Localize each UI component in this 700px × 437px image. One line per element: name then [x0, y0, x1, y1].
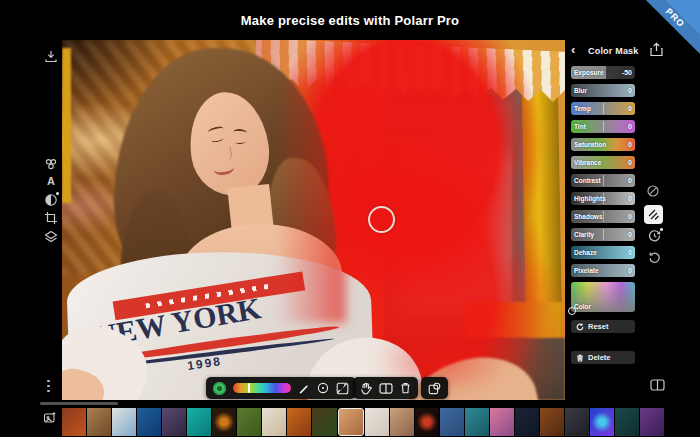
filmstrip-thumbnail[interactable]: [515, 408, 539, 436]
slider-value: 0: [628, 231, 632, 238]
filmstrip-thumbnail[interactable]: [540, 408, 564, 436]
filmstrip-thumbnail[interactable]: [87, 408, 111, 436]
brush-strokes: [647, 208, 660, 221]
filmstrip-thumbnail[interactable]: [62, 408, 86, 436]
trash-icon[interactable]: [400, 382, 411, 394]
filmstrip-scrollbar[interactable]: [40, 402, 118, 405]
split-view-icon[interactable]: [650, 379, 665, 391]
slider-temp[interactable]: Temp0: [571, 102, 635, 115]
filmstrip-thumbnail-selected[interactable]: [338, 408, 364, 436]
mask-stack-group: [421, 377, 448, 399]
filmstrip-thumbnail[interactable]: [162, 408, 186, 436]
filmstrip-thumbnail[interactable]: [112, 408, 136, 436]
slider-saturation[interactable]: Saturation0: [571, 138, 635, 151]
slider-center-tick: [603, 103, 604, 114]
filmstrip-thumbnail[interactable]: [590, 408, 614, 436]
pen-icon[interactable]: [298, 382, 310, 394]
filmstrip-thumbnail[interactable]: [287, 408, 311, 436]
reset-icon: [576, 323, 584, 331]
filmstrip-thumbnail[interactable]: [137, 408, 161, 436]
slider-label: Shadows: [574, 213, 603, 220]
filmstrip-thumbnail[interactable]: [490, 408, 514, 436]
mask-color-indicator-icon[interactable]: [213, 382, 226, 395]
photo-yellow-ledge: [466, 302, 562, 338]
slider-dehaze[interactable]: Dehaze0: [571, 246, 635, 259]
invert-mask-icon[interactable]: [336, 382, 349, 395]
filmstrip-thumbnail[interactable]: [365, 408, 389, 436]
slider-contrast[interactable]: Contrast0: [571, 174, 635, 187]
delete-button[interactable]: Delete: [571, 351, 635, 364]
slider-label: Tint: [574, 123, 586, 130]
crop-icon[interactable]: [44, 211, 58, 225]
slider-value: 0: [628, 123, 632, 130]
filters-icon[interactable]: [44, 157, 58, 171]
color-picker-field[interactable]: Color: [571, 282, 635, 312]
slider-label: Saturation: [574, 141, 606, 148]
slider-vibrance[interactable]: Vibrance0: [571, 156, 635, 169]
slider-label: Highlights: [574, 195, 606, 202]
slider-highlights[interactable]: Highlights0: [571, 192, 635, 205]
panel-title: Color Mask: [588, 46, 639, 56]
pan-hand-icon[interactable]: [360, 382, 372, 395]
filmstrip-thumbnail[interactable]: [212, 408, 236, 436]
slider-label: Clarity: [574, 231, 594, 238]
filmstrip-thumbnail[interactable]: [237, 408, 261, 436]
slider-label: Temp: [574, 105, 591, 112]
filmstrip-thumbnail[interactable]: [390, 408, 414, 436]
slider-value: -50: [622, 69, 632, 76]
slider-label: Vibrance: [574, 159, 601, 166]
hue-slider[interactable]: [233, 383, 291, 393]
add-photo-icon[interactable]: [43, 411, 57, 425]
more-icon[interactable]: [47, 377, 50, 395]
back-icon[interactable]: ‹: [571, 43, 583, 57]
slider-blur[interactable]: Blur0: [571, 84, 635, 97]
adjustment-slider-list: Exposure-50Blur0Temp0Tint0Saturation0Vib…: [571, 66, 635, 312]
layers-icon[interactable]: [44, 230, 58, 244]
slider-shadows[interactable]: Shadows0: [571, 210, 635, 223]
import-icon[interactable]: [44, 50, 58, 64]
filmstrip-thumbnail[interactable]: [465, 408, 489, 436]
filmstrip-thumbnail[interactable]: [187, 408, 211, 436]
title-bar: Make precise edits with Polarr Pro: [0, 0, 700, 40]
split-view-icon[interactable]: [379, 383, 393, 394]
redo-icon[interactable]: [648, 251, 661, 264]
mask-disable-icon[interactable]: [646, 184, 660, 198]
slider-value: 0: [628, 213, 632, 220]
mask-stack-icon[interactable]: [428, 382, 441, 395]
filmstrip-thumbnail[interactable]: [440, 408, 464, 436]
slider-center-tick: [603, 121, 604, 132]
hue-slider-marker[interactable]: [248, 383, 250, 393]
slider-value: 0: [628, 177, 632, 184]
color-picker-marker[interactable]: [568, 307, 576, 315]
slider-center-tick: [603, 229, 604, 240]
slider-value: 0: [628, 159, 632, 166]
radial-mask-icon[interactable]: [317, 382, 329, 394]
view-toolbar-group: [353, 377, 418, 399]
filmstrip-thumbnail[interactable]: [312, 408, 336, 436]
slider-label: Dehaze: [574, 249, 597, 256]
photo-window-reflection: [399, 150, 511, 315]
adjustments-active-dot: [56, 192, 59, 195]
page-title: Make precise edits with Polarr Pro: [241, 13, 460, 28]
brush-tool-icon[interactable]: [644, 205, 663, 224]
slider-label: Pixelate: [574, 267, 599, 274]
filmstrip-thumbnail[interactable]: [565, 408, 589, 436]
slider-value: 0: [628, 249, 632, 256]
reset-button[interactable]: Reset: [571, 320, 635, 333]
slider-clarity[interactable]: Clarity0: [571, 228, 635, 241]
photo-canvas[interactable]: NEW YORK 1998: [62, 40, 565, 400]
filmstrip-thumbnail[interactable]: [615, 408, 639, 436]
text-tool-icon[interactable]: A: [44, 175, 58, 187]
share-icon[interactable]: [649, 42, 664, 57]
filmstrip-thumbnail[interactable]: [262, 408, 286, 436]
filmstrip-thumbnail[interactable]: [640, 408, 664, 436]
slider-label: Contrast: [574, 177, 601, 184]
slider-tint[interactable]: Tint0: [571, 120, 635, 133]
filmstrip-thumbnail[interactable]: [415, 408, 439, 436]
slider-pixelate[interactable]: Pixelate0: [571, 264, 635, 277]
slider-center-tick: [603, 211, 604, 222]
app-window: Make precise edits with Polarr Pro PRO A: [0, 0, 700, 437]
slider-exposure[interactable]: Exposure-50: [571, 66, 635, 79]
history-icon[interactable]: [648, 229, 661, 242]
adjustments-icon[interactable]: [44, 193, 58, 207]
